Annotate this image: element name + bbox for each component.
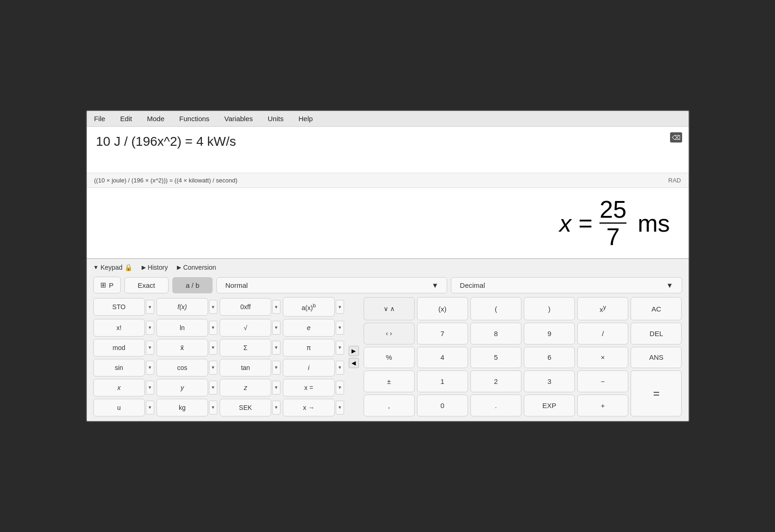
z-arrow[interactable]: ▾ <box>272 381 280 395</box>
sto-button[interactable]: STO <box>93 298 145 316</box>
hex-button[interactable]: 0xff <box>220 298 271 316</box>
ln-button[interactable]: ln <box>156 319 208 337</box>
hex-cell: 0xff ▾ <box>220 297 280 317</box>
history-toggle[interactable]: ▶ History <box>142 264 168 271</box>
ln-arrow[interactable]: ▾ <box>209 321 217 335</box>
sqrt-button[interactable]: √ <box>220 319 271 337</box>
plus-button[interactable]: + <box>577 395 628 416</box>
three-button[interactable]: 3 <box>524 370 575 392</box>
conversion-toggle[interactable]: ▶ Conversion <box>177 264 216 271</box>
x-arrow[interactable]: ▾ <box>146 381 154 395</box>
xbar-arrow[interactable]: ▾ <box>209 341 217 355</box>
percent-button[interactable]: % <box>364 347 415 369</box>
decimal-dropdown[interactable]: Decimal ▼ <box>451 277 682 293</box>
normal-dropdown[interactable]: Normal ▼ <box>216 277 447 293</box>
menu-item-file[interactable]: File <box>92 114 107 123</box>
ab-mode-button[interactable]: a / b <box>172 277 213 293</box>
rparen-button[interactable]: ) <box>524 297 575 320</box>
minus-button[interactable]: − <box>577 370 628 392</box>
i-arrow[interactable]: ▾ <box>336 361 344 375</box>
menu-item-functions[interactable]: Functions <box>177 114 211 123</box>
plusminus-button[interactable]: ± <box>364 370 415 392</box>
mod-arrow[interactable]: ▾ <box>146 341 154 355</box>
zero-button[interactable]: 0 <box>417 395 468 416</box>
cos-arrow[interactable]: ▾ <box>209 361 217 375</box>
i-button[interactable]: i <box>283 359 334 376</box>
expression-input[interactable] <box>96 134 679 149</box>
y-arrow[interactable]: ▾ <box>209 381 217 395</box>
kg-button[interactable]: kg <box>156 399 208 416</box>
sin-arrow[interactable]: ▾ <box>146 361 154 375</box>
left-keys: STO ▾ f(x) ▾ 0xff ▾ a(x)b ▾ x! <box>93 297 344 416</box>
u-arrow[interactable]: ▾ <box>146 401 154 415</box>
symbolic-text: ((10 × joule) / (196 × (x^2))) = ((4 × k… <box>94 177 238 184</box>
pi-button[interactable]: π <box>283 339 334 357</box>
divide-button[interactable]: / <box>577 323 628 344</box>
menu-item-variables[interactable]: Variables <box>222 114 254 123</box>
u-button[interactable]: u <box>93 399 145 416</box>
del-button[interactable]: DEL <box>631 323 682 344</box>
cos-button[interactable]: cos <box>156 359 208 376</box>
xfact-button[interactable]: x! <box>93 319 145 337</box>
two-button[interactable]: 2 <box>470 370 521 392</box>
sigma-button[interactable]: Σ <box>220 339 271 357</box>
xeq-button[interactable]: x = <box>283 379 334 396</box>
sto-arrow[interactable]: ▾ <box>146 300 154 314</box>
hex-arrow[interactable]: ▾ <box>272 300 280 314</box>
xparen-button[interactable]: (x) <box>417 297 468 320</box>
sek-arrow[interactable]: ▾ <box>272 401 280 415</box>
z-button[interactable]: z <box>220 379 271 396</box>
e-arrow[interactable]: ▾ <box>336 321 344 335</box>
xarrow-button[interactable]: x → <box>283 399 334 416</box>
xfact-arrow[interactable]: ▾ <box>146 321 154 335</box>
power-button[interactable]: xy <box>577 297 628 320</box>
y-button[interactable]: y <box>156 379 208 396</box>
menu-item-edit[interactable]: Edit <box>118 114 134 123</box>
mod-button[interactable]: mod <box>93 339 145 357</box>
xbar-button[interactable]: x̄ <box>156 339 208 357</box>
xarrow-arrow[interactable]: ▾ <box>336 401 344 415</box>
menu-item-mode[interactable]: Mode <box>145 114 167 123</box>
five-button[interactable]: 5 <box>470 347 521 369</box>
clear-button[interactable]: ⌫ <box>670 132 682 143</box>
comma-button[interactable]: , <box>364 395 415 416</box>
lparen-button[interactable]: ( <box>470 297 521 320</box>
four-button[interactable]: 4 <box>417 347 468 369</box>
multiply-button[interactable]: × <box>577 347 628 369</box>
x-button[interactable]: x <box>93 379 145 396</box>
ans-button[interactable]: ANS <box>631 347 682 369</box>
nav-leftright-button[interactable]: ‹ › <box>364 323 415 344</box>
eight-button[interactable]: 8 <box>470 323 521 344</box>
six-button[interactable]: 6 <box>524 347 575 369</box>
sigma-arrow[interactable]: ▾ <box>272 341 280 355</box>
expand-right-icon[interactable]: ▶ <box>349 346 359 356</box>
fx-arrow[interactable]: ▾ <box>209 300 217 314</box>
kg-arrow[interactable]: ▾ <box>209 401 217 415</box>
axb-arrow[interactable]: ▾ <box>336 300 344 314</box>
keypad-toggle[interactable]: ▼ Keypad 🔒 <box>93 264 132 271</box>
exact-mode-button[interactable]: Exact <box>124 277 169 293</box>
decimal-button[interactable]: . <box>470 395 521 416</box>
nav-updown-button[interactable]: ∨ ∧ <box>364 297 415 320</box>
menu-item-help[interactable]: Help <box>297 114 315 123</box>
axb-button[interactable]: a(x)b <box>283 297 334 317</box>
axb-cell: a(x)b ▾ <box>283 297 344 317</box>
ac-button[interactable]: AC <box>631 297 682 320</box>
collapse-left-icon[interactable]: ◀ <box>349 358 359 368</box>
menu-item-units[interactable]: Units <box>266 114 286 123</box>
xeq-arrow[interactable]: ▾ <box>336 381 344 395</box>
nine-button[interactable]: 9 <box>524 323 575 344</box>
one-button[interactable]: 1 <box>417 370 468 392</box>
grid-mode-button[interactable]: ⊞ P <box>93 277 121 293</box>
sqrt-arrow[interactable]: ▾ <box>272 321 280 335</box>
sin-button[interactable]: sin <box>93 359 145 376</box>
exp-button[interactable]: EXP <box>524 395 575 416</box>
tan-arrow[interactable]: ▾ <box>272 361 280 375</box>
pi-arrow[interactable]: ▾ <box>336 341 344 355</box>
fx-button[interactable]: f(x) <box>156 298 208 316</box>
e-button[interactable]: e <box>283 319 334 337</box>
sek-button[interactable]: SEK <box>220 399 271 416</box>
seven-button[interactable]: 7 <box>417 323 468 344</box>
equals-button[interactable]: = <box>631 370 682 416</box>
tan-button[interactable]: tan <box>220 359 271 376</box>
